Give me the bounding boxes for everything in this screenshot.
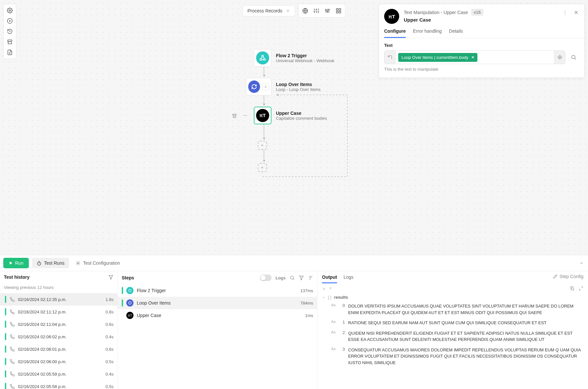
globe-icon[interactable] — [300, 6, 311, 16]
text-input-field[interactable]: Loop Over Items | currentItem.body — [384, 50, 565, 64]
result-text: QUIDEM NISI REPREHENDERIT ELIGENDI FUGIA… — [348, 330, 583, 343]
filter-icon[interactable] — [108, 274, 114, 280]
close-icon[interactable] — [572, 8, 580, 17]
history-subtext: Viewing previous 12 hours — [0, 283, 117, 293]
steps-column: Steps Logs Flow 2 Trigger 137ms Loop Ove… — [118, 271, 317, 389]
tab-error-handling[interactable]: Error handling — [413, 28, 442, 38]
result-row[interactable]: Aa 3 CONSEQUATUR ACCUSAMUS MAIORES DOLOR… — [322, 345, 583, 368]
tab-output[interactable]: Output — [322, 274, 337, 283]
step-config-button[interactable]: Step Config — [553, 274, 583, 279]
node-trigger[interactable]: Flow 2 Trigger Universal Webhook - Webho… — [254, 49, 334, 67]
sliders-icon[interactable] — [311, 6, 322, 16]
adjustments-icon[interactable] — [322, 6, 333, 16]
store-icon[interactable] — [5, 37, 15, 47]
filter-icon[interactable] — [299, 275, 304, 280]
search-icon[interactable] — [290, 275, 295, 280]
sort-icon[interactable] — [308, 275, 313, 280]
chevron-down-icon — [286, 9, 290, 13]
text-manipulation-icon: πT — [384, 9, 399, 24]
tab-logs[interactable]: Logs — [344, 274, 353, 283]
flow-diagram: Flow 2 Trigger Universal Webhook - Webho… — [254, 49, 334, 172]
history-item[interactable]: 02/16/2024 02:05:58 p.m. 0.5s — [0, 380, 117, 389]
result-row[interactable]: Aa 1 RATIONE SEQUI SED EARUM NAM AUT SUN… — [322, 318, 583, 328]
history-item[interactable]: 02/16/2024 02:12:35 p.m. 1.8s — [0, 293, 117, 306]
branch-icon[interactable] — [384, 51, 396, 64]
step-item[interactable]: Loop Over Items 784ms — [118, 297, 317, 309]
svg-point-17 — [326, 9, 327, 10]
history-item[interactable]: 02/16/2024 02:06:01 p.m. 0.6s — [0, 343, 117, 355]
add-step-button-end[interactable]: ＋ — [258, 163, 267, 172]
test-config-button[interactable]: Test Configuration — [72, 258, 123, 268]
history-timestamp: 02/16/2024 02:11:12 p.m. — [18, 309, 102, 314]
collapse-all-icon[interactable] — [322, 287, 326, 291]
result-row[interactable]: Aa 0 DOLOR VERITATIS IPSUM ACCUSAMUS QUA… — [322, 301, 583, 318]
flow-canvas[interactable]: Process Records Flow 2 Trigger Universal… — [0, 0, 588, 255]
history-timestamp: 02/16/2024 02:06:01 p.m. — [18, 347, 102, 352]
svg-point-34 — [565, 12, 565, 13]
results-label: results — [334, 295, 348, 300]
node-loop-sub: Loop - Loop Over Items — [276, 87, 321, 92]
svg-rect-24 — [336, 11, 338, 13]
output-tabs: Output Logs — [317, 271, 588, 283]
result-row[interactable]: Aa 2 QUIDEM NISI REPREHENDERIT ELIGENDI … — [322, 328, 583, 345]
play-circle-icon[interactable] — [5, 16, 15, 26]
svg-point-30 — [244, 115, 245, 116]
maximize-icon[interactable] — [579, 286, 583, 291]
phone-icon — [9, 309, 15, 314]
result-index: 2 — [340, 330, 345, 335]
more-icon[interactable] — [241, 112, 248, 119]
logs-toggle[interactable] — [260, 274, 272, 281]
copy-icon[interactable] — [570, 286, 575, 291]
trash-icon[interactable] — [231, 112, 238, 119]
test-history-column: Test history Viewing previous 12 hours 0… — [0, 271, 118, 389]
stopwatch-icon — [37, 261, 42, 266]
history-item[interactable]: 02/16/2024 02:11:12 p.m. 0.8s — [0, 306, 117, 318]
search-icon[interactable] — [568, 52, 579, 63]
type-icon: Aa — [331, 303, 337, 307]
gear-icon[interactable] — [5, 6, 15, 15]
history-item[interactable]: 02/16/2024 02:05:59 p.m. 0.4s — [0, 368, 117, 380]
version-badge: v16 — [471, 9, 483, 16]
svg-point-21 — [329, 9, 330, 10]
history-item[interactable]: 02/16/2024 02:06:00 p.m. 0.5s — [0, 355, 117, 368]
run-button[interactable]: Run — [3, 258, 29, 268]
history-item[interactable]: 02/16/2024 02:11:04 p.m. 0.6s — [0, 318, 117, 330]
history-timestamp: 02/16/2024 02:11:04 p.m. — [18, 322, 102, 327]
add-step-button[interactable]: ＋ — [258, 141, 267, 150]
result-index: 3 — [340, 347, 345, 352]
file-icon[interactable] — [5, 47, 15, 57]
svg-line-47 — [575, 58, 576, 59]
svg-point-54 — [291, 276, 294, 279]
svg-point-0 — [9, 10, 11, 11]
result-text: RATIONE SEQUI SED EARUM NAM AUT SUNT QUA… — [348, 320, 583, 326]
expand-icon[interactable] — [262, 83, 269, 90]
loop-icon — [248, 80, 260, 93]
phone-icon — [9, 384, 15, 389]
variable-chip[interactable]: Loop Over Items | currentItem.body — [398, 53, 477, 62]
svg-point-19 — [327, 11, 328, 12]
more-vertical-icon[interactable] — [561, 8, 569, 17]
tab-details[interactable]: Details — [449, 28, 463, 38]
step-item[interactable]: Flow 2 Trigger 137ms — [118, 284, 317, 297]
node-loop[interactable]: Loop Over Items Loop - Loop Over Items — [246, 78, 321, 96]
node-upper-case[interactable]: πT Upper Case Capitalize comment bodies — [254, 107, 327, 124]
results-root[interactable]: [ ] results — [322, 293, 583, 301]
target-icon[interactable] — [554, 51, 565, 64]
tab-configure[interactable]: Configure — [384, 28, 406, 38]
svg-line-55 — [293, 279, 294, 280]
test-runs-button[interactable]: Test Runs — [32, 258, 69, 268]
panel-breadcrumb: Text Manipulation - Upper Case — [404, 10, 468, 15]
phone-icon — [9, 334, 15, 339]
result-text: CONSEQUATUR ACCUSAMUS MAIORES DOLOREM IM… — [348, 347, 583, 366]
svg-point-40 — [558, 56, 561, 59]
expand-all-icon[interactable] — [329, 287, 332, 291]
step-item[interactable]: πT Upper Case 1ms — [118, 309, 317, 322]
history-icon[interactable] — [5, 27, 15, 36]
play-icon — [9, 261, 13, 265]
history-item[interactable]: 02/16/2024 02:06:02 p.m. 0.4s — [0, 330, 117, 343]
svg-marker-53 — [109, 275, 113, 279]
flow-name-dropdown[interactable]: Process Records — [242, 5, 295, 16]
chip-remove-icon[interactable] — [471, 55, 475, 59]
grid-icon[interactable] — [333, 6, 344, 16]
chevron-down-icon[interactable] — [579, 260, 584, 266]
